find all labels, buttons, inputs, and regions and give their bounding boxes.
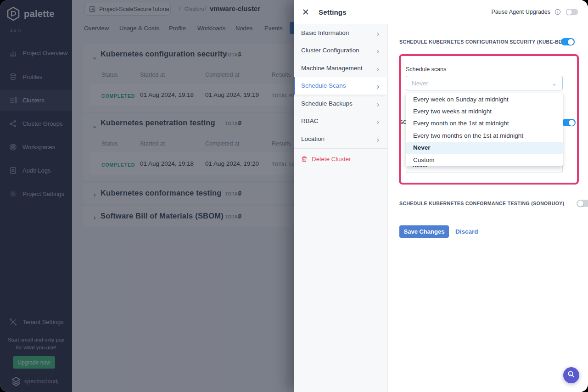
project-icon: [89, 6, 95, 12]
pause-agent-upgrades-label: Pause Agent Upgrades: [491, 9, 550, 15]
target-icon: [9, 143, 17, 151]
menu-item-schedule-backups[interactable]: Schedule Backups: [294, 95, 387, 112]
chevron-right-icon: [376, 84, 380, 88]
info-icon[interactable]: [554, 9, 561, 15]
app-window: palette 4.4.11 Project Overview Profiles…: [0, 0, 588, 392]
total-count: 0: [238, 190, 241, 196]
tabs-divider: [72, 37, 294, 37]
card-title: Kubernetes conformance testing: [101, 189, 222, 197]
pause-agent-upgrades-toggle[interactable]: [566, 9, 578, 15]
tab-usage-costs[interactable]: Usage & Costs: [119, 25, 159, 32]
close-icon[interactable]: [302, 8, 309, 16]
menu-item-label: Basic Information: [301, 29, 349, 36]
drawer-header: Settings Pause Agent Upgrades: [294, 0, 588, 24]
discard-link[interactable]: Discard: [455, 228, 478, 235]
option-every-week[interactable]: Every week on Sunday at midnight: [406, 93, 563, 105]
layers-icon: [9, 73, 17, 81]
breadcrumb-clusters-link[interactable]: Clusters: [185, 6, 204, 11]
select-value: Never: [412, 80, 428, 87]
breadcrumb-separator: /: [179, 6, 180, 12]
sidebar-item-label: Audit Logs: [22, 167, 50, 174]
scan-card-conformance-testing: Kubernetes conformance testing TOTAL 0: [83, 183, 294, 204]
chevron-right-icon[interactable]: [92, 214, 97, 218]
tab-nodes[interactable]: Nodes: [235, 25, 253, 32]
gear-icon: [9, 190, 17, 198]
sidebar-item-profiles[interactable]: Profiles: [0, 66, 72, 87]
col-results: Results: [272, 72, 291, 78]
schedule-scans-select[interactable]: Never: [406, 76, 563, 90]
promo-line2: for what you use!: [0, 344, 72, 352]
delete-cluster-button[interactable]: Delete Cluster: [294, 151, 387, 168]
completed-at-value: 01 Aug 2024, 19:19: [205, 91, 259, 98]
sidebar-item-clusters[interactable]: Clusters: [0, 90, 72, 111]
sidebar-item-cluster-groups[interactable]: Cluster Groups: [0, 113, 72, 134]
sidebar-item-workspaces[interactable]: Workspaces: [0, 136, 72, 157]
status-badge: COMPLETED: [101, 93, 135, 99]
col-results: Results: [272, 140, 291, 147]
schedule-dropdown: Every week on Sunday at midnight Every t…: [406, 93, 563, 166]
scan-card-configuration-security: Kubernetes configuration security TOTAL …: [83, 44, 294, 112]
upgrade-now-button[interactable]: Upgrade now: [13, 356, 55, 369]
section-divider: [399, 220, 577, 220]
drawer-title: Settings: [319, 8, 347, 16]
option-never[interactable]: Never: [406, 142, 563, 154]
project-selector[interactable]: Project-ScaleSecureTutoria: [84, 3, 171, 16]
tab-overview[interactable]: Overview: [84, 25, 109, 32]
trash-icon: [301, 156, 308, 162]
sidebar-item-label: Profiles: [22, 73, 42, 80]
menu-divider: [294, 148, 387, 149]
chevron-down-icon[interactable]: [92, 54, 97, 59]
col-status: Status: [101, 140, 118, 147]
chevron-right-icon: [376, 101, 380, 106]
total-count: 1: [238, 50, 241, 57]
list-icon: [9, 96, 17, 104]
menu-item-basic-information[interactable]: Basic Information: [294, 24, 387, 42]
option-every-two-months[interactable]: Every two months on the 1st at midnight: [406, 129, 563, 141]
option-custom[interactable]: Custom: [406, 154, 563, 166]
card-title: Software Bill of Materials (SBOM): [101, 212, 224, 220]
sidebar-item-project-overview[interactable]: Project Overview: [0, 42, 72, 63]
tab-profile[interactable]: Profile: [169, 25, 186, 32]
tab-scans-partial[interactable]: [290, 22, 294, 34]
search-fab-button[interactable]: [563, 367, 579, 383]
schedule-scans-label: Schedule scans: [406, 66, 446, 73]
save-changes-button[interactable]: Save Changes: [399, 225, 449, 238]
menu-item-cluster-configuration[interactable]: Cluster Configuration: [294, 42, 387, 60]
sonobuoy-label: SCHEDULE KUBERNETES CONFORMANCE TESTING …: [399, 201, 565, 206]
chevron-down-icon: [552, 81, 557, 86]
menu-item-location[interactable]: Location: [294, 130, 387, 148]
tab-events[interactable]: Events: [264, 25, 283, 32]
menu-item-schedule-scans[interactable]: Schedule Scans: [294, 77, 387, 95]
sidebar-item-audit-logs[interactable]: Audit Logs: [0, 160, 72, 181]
sidebar-item-label: Cluster Groups: [22, 120, 62, 127]
brand-name: palette: [24, 9, 55, 19]
sonobuoy-toggle[interactable]: [577, 200, 588, 207]
menu-item-label: Machine Management: [301, 65, 363, 72]
scan-card-sbom: Software Bill of Materials (SBOM) TOTAL …: [83, 206, 294, 227]
kube-bench-toggle[interactable]: [561, 38, 575, 45]
chevron-right-icon: [376, 119, 380, 123]
completed-at-value: 01 Aug 2024, 19:20: [205, 160, 259, 167]
sidebar-item-tenant-settings[interactable]: Tenant Settings: [0, 311, 72, 332]
promo-text: Start small and only pay for what you us…: [0, 336, 72, 352]
total-count: 0: [238, 119, 241, 126]
audit-log-icon: [9, 167, 17, 174]
option-every-two-weeks[interactable]: Every two weeks at midnight: [406, 105, 563, 117]
chevron-right-icon: [376, 137, 380, 141]
menu-item-label: Schedule Backups: [301, 100, 353, 107]
chevron-down-icon[interactable]: [92, 123, 97, 128]
option-every-month[interactable]: Every month on the 1st at midnight: [406, 118, 563, 129]
menu-item-label: Cluster Configuration: [301, 47, 359, 54]
palette-logo-icon: [6, 6, 20, 21]
delete-cluster-label: Delete Cluster: [312, 156, 351, 162]
menu-item-label: Schedule Scans: [301, 82, 346, 89]
menu-item-machine-management[interactable]: Machine Management: [294, 59, 387, 77]
collapse-sidebar-icon[interactable]: ‹: [56, 378, 59, 386]
chevron-right-icon[interactable]: [92, 191, 97, 196]
sidebar-item-project-settings[interactable]: Project Settings: [0, 183, 72, 204]
tab-workloads[interactable]: Workloads: [197, 25, 225, 32]
menu-item-rbac[interactable]: RBAC: [294, 112, 387, 130]
penetration-testing-toggle[interactable]: [562, 119, 576, 126]
breadcrumb-separator: /: [205, 6, 206, 12]
sidebar-item-label: Tenant Settings: [22, 319, 64, 325]
